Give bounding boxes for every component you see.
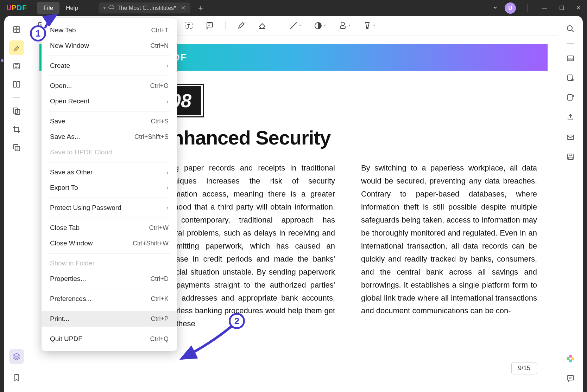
menu-save[interactable]: SaveCtrl+S xyxy=(42,114,177,129)
svg-line-25 xyxy=(572,30,574,32)
separator xyxy=(13,97,20,98)
svg-rect-2 xyxy=(13,82,16,87)
svg-rect-23 xyxy=(340,26,345,28)
body-col-1: Using paper records and receipts in trad… xyxy=(159,162,335,330)
signature-tool[interactable]: ▼ xyxy=(362,20,377,31)
annotation-callout-2: 2 xyxy=(229,313,245,329)
line-tool[interactable]: ▼ xyxy=(288,20,303,31)
svg-rect-33 xyxy=(569,157,572,160)
right-toolbar: OCR xyxy=(558,16,583,392)
menu-quit[interactable]: Quit UPDFCtrl+Q xyxy=(42,331,177,347)
callout-icon[interactable] xyxy=(204,20,215,31)
svg-line-20 xyxy=(290,23,297,29)
user-avatar[interactable]: U xyxy=(505,2,516,14)
section-heading: Enhanced Security xyxy=(159,126,537,149)
svg-text:OCR: OCR xyxy=(568,57,574,60)
menu-new-window[interactable]: New WindowCtrl+N xyxy=(42,38,177,53)
file-menu-dropdown: New TabCtrl+T New WindowCtrl+N Create› O… xyxy=(42,18,177,351)
page-tool[interactable] xyxy=(9,77,24,92)
save-icon[interactable] xyxy=(564,150,577,163)
new-tab-button[interactable]: ＋ xyxy=(197,3,204,13)
compare-tool[interactable] xyxy=(9,140,24,155)
menu-close-tab[interactable]: Close TabCtrl+W xyxy=(42,220,177,236)
email-icon[interactable] xyxy=(564,130,577,144)
titlebar: UPDF File Help ▾ The Most C...Institutes… xyxy=(0,0,587,16)
ai-assistant-icon[interactable] xyxy=(564,352,577,365)
layers-tool[interactable] xyxy=(9,349,24,364)
maximize-button[interactable]: ☐ xyxy=(556,3,567,13)
svg-point-24 xyxy=(567,26,572,31)
ocr-icon[interactable]: OCR xyxy=(564,52,577,65)
menu-save-cloud: Save to UPDF Cloud xyxy=(42,144,177,160)
separator xyxy=(32,4,32,12)
shape-tool[interactable]: ▼ xyxy=(313,20,327,31)
menu-create[interactable]: Create› xyxy=(42,58,177,73)
svg-rect-7 xyxy=(15,146,20,151)
annotation-callout-1: 1 xyxy=(30,25,46,41)
close-tab-icon[interactable]: ✕ xyxy=(181,5,185,11)
menu-protect[interactable]: Protect Using Password› xyxy=(42,200,177,216)
svg-rect-3 xyxy=(17,82,20,87)
edit-text-tool[interactable] xyxy=(9,59,24,73)
svg-rect-32 xyxy=(569,154,572,156)
chevron-down-icon[interactable] xyxy=(492,4,498,12)
stamp-tool[interactable]: ▼ xyxy=(337,20,352,31)
svg-rect-29 xyxy=(568,95,572,100)
indicator-dot xyxy=(1,59,4,62)
separator xyxy=(527,4,528,12)
svg-rect-18 xyxy=(207,23,213,27)
annotation-arrow-1 xyxy=(42,13,63,30)
pencil-icon[interactable] xyxy=(235,20,247,31)
menu-preferences[interactable]: Preferences...Ctrl+K xyxy=(42,291,177,307)
left-toolbar xyxy=(4,16,29,392)
svg-rect-6 xyxy=(13,144,18,149)
organize-tool[interactable] xyxy=(9,104,24,118)
minimize-button[interactable]: — xyxy=(539,4,550,13)
textbox-icon[interactable]: T xyxy=(183,20,194,31)
reader-tool[interactable] xyxy=(9,22,24,37)
menu-close-window[interactable]: Close WindowCtrl+Shift+W xyxy=(42,236,177,251)
share-icon[interactable] xyxy=(564,111,577,124)
cloud-icon xyxy=(108,5,115,11)
tab-title: The Most C...Institutes* xyxy=(118,5,176,11)
highlighter-tool[interactable] xyxy=(9,40,24,55)
menu-save-as[interactable]: Save As...Ctrl+Shift+S xyxy=(42,129,177,144)
annotation-arrow-2 xyxy=(175,323,235,365)
svg-rect-30 xyxy=(567,135,574,140)
svg-point-22 xyxy=(341,22,345,26)
page-indicator[interactable]: 9/15 xyxy=(511,362,537,374)
svg-point-38 xyxy=(569,358,572,360)
menu-print[interactable]: Print...Ctrl+P xyxy=(42,311,177,327)
menu-save-other[interactable]: Save as Other› xyxy=(42,165,177,180)
bookmark-tool[interactable] xyxy=(9,370,24,385)
menu-open-recent[interactable]: Open Recent› xyxy=(42,94,177,109)
pin-icon: ▾ xyxy=(103,6,106,11)
app-logo: UPDF xyxy=(6,4,27,12)
search-icon[interactable] xyxy=(564,22,577,36)
menu-export[interactable]: Export To› xyxy=(42,180,177,195)
eraser-icon[interactable] xyxy=(257,20,268,31)
convert-icon[interactable] xyxy=(564,71,577,85)
body-col-2: By switching to a paperless workplace, a… xyxy=(361,162,537,330)
comment-icon[interactable] xyxy=(564,372,577,385)
menu-show-folder: Show in Folder xyxy=(42,256,177,271)
document-tab[interactable]: ▾ The Most C...Institutes* ✕ xyxy=(99,2,190,13)
svg-text:T: T xyxy=(187,23,190,29)
svg-rect-39 xyxy=(567,375,574,380)
export-icon[interactable] xyxy=(564,91,577,104)
menu-properties[interactable]: Properties...Ctrl+D xyxy=(42,271,177,287)
crop-tool[interactable] xyxy=(9,122,24,137)
close-window-button[interactable]: ✕ xyxy=(573,3,583,13)
menu-open[interactable]: Open...Ctrl+O xyxy=(42,78,177,94)
